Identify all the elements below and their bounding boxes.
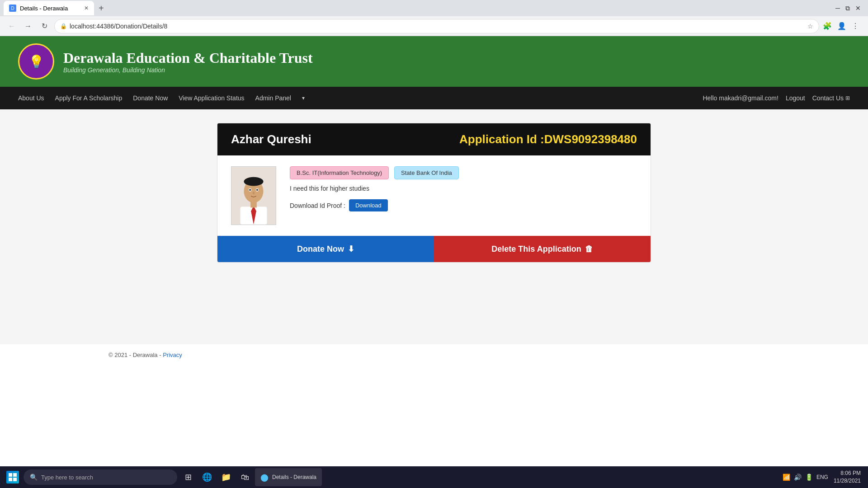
reload-button[interactable]: ↻ (38, 20, 51, 33)
close-window-button[interactable]: ✕ (855, 5, 861, 12)
svg-rect-13 (9, 478, 12, 481)
course-badge: B.Sc. IT(Information Technology) (290, 166, 389, 179)
chrome-app-button[interactable]: ⬤ Details - Derawala (255, 468, 322, 486)
main-content: Azhar Qureshi Application Id :DWS9092398… (0, 109, 868, 344)
card-footer: Donate Now ⬇ Delete This Application 🗑 (217, 236, 651, 262)
logout-link[interactable]: Logout (786, 94, 805, 102)
chrome-icon: ⬤ (260, 473, 269, 482)
tab-bar: D Details - Derawala ✕ + ─ ⧉ ✕ (0, 0, 868, 16)
logo-inner: 💡 (20, 46, 52, 77)
volume-icon[interactable]: 🔊 (794, 474, 802, 481)
nav-donate[interactable]: Donate Now (133, 93, 168, 103)
store-button[interactable]: 🛍 (236, 468, 254, 486)
delete-application-button[interactable]: Delete This Application 🗑 (434, 236, 651, 262)
site-title: Derawala Education & Charitable Trust (63, 50, 313, 66)
new-tab-button[interactable]: + (96, 3, 107, 14)
back-button[interactable]: ← (5, 20, 18, 33)
browser-chrome: D Details - Derawala ✕ + ─ ⧉ ✕ ← → ↻ 🔒 l… (0, 0, 868, 36)
nav-links: About Us Apply For A Scholarship Donate … (18, 93, 305, 103)
site-header: 💡 Derawala Education & Charitable Trust … (0, 36, 868, 87)
task-view-icon: ⊞ (185, 472, 192, 482)
bank-badge: State Bank Of India (394, 166, 459, 179)
svg-rect-14 (13, 478, 17, 481)
address-bar[interactable]: 🔒 localhost:44386/Donation/Details/8 ☆ (54, 19, 819, 33)
application-card: Azhar Qureshi Application Id :DWS9092398… (217, 123, 651, 263)
system-tray: 📶 🔊 🔋 ENG (783, 474, 828, 481)
minimize-button[interactable]: ─ (835, 5, 840, 12)
svg-rect-12 (13, 473, 17, 477)
contact-us-icon: ⊞ (845, 95, 850, 101)
browser-right-icons: 🧩 👤 ⋮ (823, 22, 863, 30)
donate-icon: ⬇ (348, 244, 354, 254)
svg-point-9 (256, 189, 258, 191)
application-id-label: Application Id : (459, 132, 544, 146)
svg-point-10 (253, 192, 255, 194)
site-subtitle: Building Generation, Building Nation (63, 66, 313, 74)
nav-admin-caret: ▾ (302, 95, 305, 101)
trash-icon: 🗑 (585, 244, 593, 254)
contact-us-label: Contact Us (812, 94, 844, 102)
nav-apply[interactable]: Apply For A Scholarship (55, 93, 123, 103)
task-view-button[interactable]: ⊞ (179, 468, 197, 486)
taskbar-pinned-icons: ⊞ 🌐 📁 🛍 ⬤ Details - Derawala (179, 468, 322, 486)
bookmark-icon[interactable]: ☆ (807, 23, 813, 30)
nav-about[interactable]: About Us (18, 93, 44, 103)
nav-right: Hello makadri@gmail.com! Logout Contact … (703, 94, 850, 102)
donate-now-label: Donate Now (297, 244, 344, 254)
svg-point-5 (244, 177, 263, 186)
website: 💡 Derawala Education & Charitable Trust … (0, 36, 868, 366)
search-placeholder: Type here to search (41, 474, 93, 481)
taskbar-search[interactable]: 🔍 Type here to search (24, 469, 177, 485)
bulb-icon: 💡 (28, 54, 44, 69)
search-icon: 🔍 (30, 474, 38, 481)
card-header: Azhar Qureshi Application Id :DWS9092398… (217, 123, 651, 155)
url-text: localhost:44386/Donation/Details/8 (70, 23, 805, 30)
window-controls: ─ ⧉ ✕ (835, 5, 864, 12)
extensions-icon[interactable]: 🧩 (823, 22, 832, 30)
donate-now-button[interactable]: Donate Now ⬇ (217, 236, 434, 262)
edge-icon: 🌐 (202, 472, 212, 482)
tab-close-button[interactable]: ✕ (84, 5, 89, 11)
applicant-name: Azhar Qureshi (231, 132, 311, 146)
delete-label: Delete This Application (491, 244, 581, 254)
chrome-label: Details - Derawala (272, 474, 316, 480)
copyright-text: © 2021 - Derawala - (108, 352, 161, 358)
download-button[interactable]: Download (349, 199, 388, 211)
restore-button[interactable]: ⧉ (845, 5, 850, 12)
application-id-value: DWS9092398480 (544, 132, 637, 146)
explorer-button[interactable]: 📁 (217, 468, 235, 486)
svg-rect-11 (9, 473, 12, 477)
clock-time: 8:06 PM (834, 469, 861, 477)
contact-us-btn[interactable]: Contact Us ⊞ (812, 94, 850, 102)
taskbar-right: 📶 🔊 🔋 ENG 8:06 PM 11/28/2021 (783, 469, 864, 485)
badge-row: B.Sc. IT(Information Technology) State B… (290, 166, 637, 179)
address-bar-icons: ☆ (807, 23, 813, 30)
profile-icon[interactable]: 👤 (837, 22, 846, 30)
taskbar: 🔍 Type here to search ⊞ 🌐 📁 🛍 ⬤ Details … (0, 466, 868, 488)
network-icon[interactable]: 📶 (783, 474, 790, 481)
nav-view-status[interactable]: View Application Status (179, 93, 244, 103)
address-bar-row: ← → ↻ 🔒 localhost:44386/Donation/Details… (0, 16, 868, 36)
applicant-photo (231, 166, 276, 225)
forward-button[interactable]: → (22, 20, 34, 33)
menu-icon[interactable]: ⋮ (852, 22, 859, 30)
active-tab[interactable]: D Details - Derawala ✕ (4, 1, 94, 15)
reason-text: I need this for higher studies (290, 185, 637, 192)
system-clock[interactable]: 8:06 PM 11/28/2021 (834, 469, 861, 485)
edge-button[interactable]: 🌐 (198, 468, 216, 486)
applicant-photo-svg (231, 167, 276, 225)
start-button[interactable] (4, 468, 22, 486)
application-id: Application Id :DWS9092398480 (459, 132, 637, 146)
lock-icon: 🔒 (60, 23, 67, 29)
nav-admin[interactable]: Admin Panel (255, 93, 291, 103)
card-details: B.Sc. IT(Information Technology) State B… (290, 166, 637, 211)
windows-icon (6, 471, 19, 483)
lang-indicator: ENG (816, 474, 828, 480)
card-body: B.Sc. IT(Information Technology) State B… (217, 155, 651, 236)
privacy-link[interactable]: Privacy (163, 352, 182, 358)
download-label: Download Id Proof : (290, 202, 345, 209)
battery-icon[interactable]: 🔋 (805, 474, 813, 481)
tab-title: Details - Derawala (20, 5, 68, 12)
svg-point-8 (249, 189, 251, 191)
explorer-icon: 📁 (221, 472, 231, 482)
